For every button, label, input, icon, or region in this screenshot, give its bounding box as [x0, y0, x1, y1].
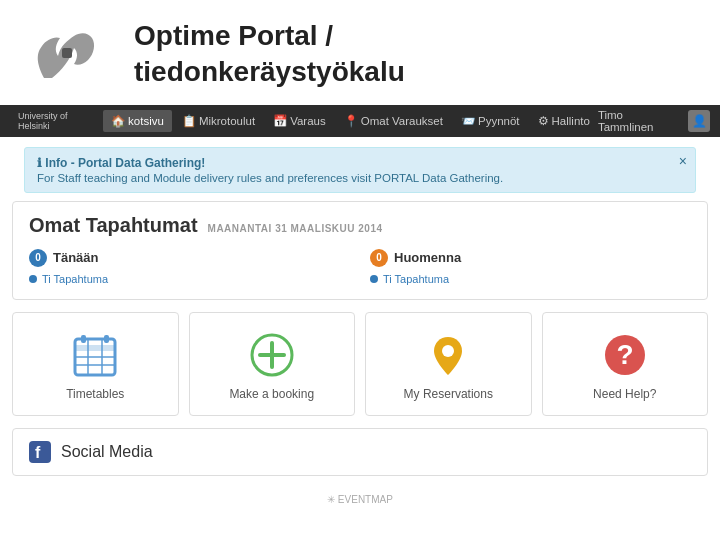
need-help-icon: ? — [601, 331, 649, 379]
nav-left: University of Helsinki 🏠 kotsivu 📋 Mikro… — [10, 110, 598, 132]
events-date: MAANANTAI 31 MAALISKUU 2014 — [208, 223, 383, 234]
nav-item-omat-varaukset[interactable]: 📍 Omat Varaukset — [336, 110, 451, 132]
main-content: ℹ Info - Portal Data Gathering! For Staf… — [12, 147, 708, 476]
event-dot-tomorrow — [370, 275, 378, 283]
nav-label-home: kotsivu — [128, 115, 164, 127]
nav-label-mikrotoulut: Mikrotoulut — [199, 115, 255, 127]
tomorrow-event-text: Ti Tapahtuma — [383, 273, 449, 285]
make-booking-label: Make a booking — [229, 387, 314, 401]
timetables-label: Timetables — [66, 387, 124, 401]
header: Optime Portal / tiedonkeräystyökalu — [0, 0, 720, 105]
banner-title-text: Info - Portal Data Gathering! — [45, 156, 205, 170]
svg-rect-8 — [104, 335, 109, 343]
svg-rect-2 — [75, 345, 115, 351]
events-columns: 0 Tänään Ti Tapahtuma 0 Huomenna Ti Tapa… — [29, 249, 691, 285]
svg-text:f: f — [35, 444, 41, 461]
footer-text: ✳ EVENTMAP — [327, 494, 393, 505]
nav-item-mikrotoulut[interactable]: 📋 Mikrotoulut — [174, 110, 263, 132]
varaus-icon: 📅 — [273, 114, 287, 128]
mikrotoulut-icon: 📋 — [182, 114, 196, 128]
events-col-today: 0 Tänään Ti Tapahtuma — [29, 249, 350, 285]
user-icon-button[interactable]: 👤 — [688, 110, 710, 132]
svg-rect-0 — [62, 48, 72, 58]
facebook-icon: f — [29, 441, 51, 463]
university-label: University of Helsinki — [10, 111, 101, 131]
card-timetables[interactable]: Timetables — [12, 312, 179, 416]
nav-right: Timo Tammlinen 👤 — [598, 109, 710, 133]
today-event-item[interactable]: Ti Tapahtuma — [29, 273, 350, 285]
tomorrow-badge: 0 — [370, 249, 388, 267]
events-section: Omat Tapahtumat MAANANTAI 31 MAALISKUU 2… — [12, 201, 708, 300]
info-banner: ℹ Info - Portal Data Gathering! For Staf… — [24, 147, 696, 193]
footer: ✳ EVENTMAP — [0, 488, 720, 511]
user-name: Timo Tammlinen — [598, 109, 680, 133]
title-line1: Optime Portal / — [134, 20, 333, 51]
info-icon: ℹ — [37, 156, 42, 170]
navbar: University of Helsinki 🏠 kotsivu 📋 Mikro… — [0, 105, 720, 137]
hallinto-icon: ⚙ — [538, 114, 549, 128]
tomorrow-header: 0 Huomenna — [370, 249, 691, 267]
header-title: Optime Portal / tiedonkeräystyökalu — [134, 18, 405, 91]
my-reservations-icon — [424, 331, 472, 379]
omat-varaukset-icon: 📍 — [344, 114, 358, 128]
event-dot — [29, 275, 37, 283]
nav-label-omat-varaukset: Omat Varaukset — [361, 115, 443, 127]
today-event-text: Ti Tapahtuma — [42, 273, 108, 285]
tomorrow-label: Huomenna — [394, 250, 461, 265]
title-line2: tiedonkeräystyökalu — [134, 56, 405, 87]
banner-text: For Staff teaching and Module delivery r… — [37, 172, 665, 184]
home-icon: 🏠 — [111, 114, 125, 128]
need-help-label: Need Help? — [593, 387, 656, 401]
card-make-booking[interactable]: Make a booking — [189, 312, 356, 416]
nav-label-hallinto: Hallinto — [552, 115, 590, 127]
my-reservations-label: My Reservations — [404, 387, 493, 401]
nav-label-pyynot: Pyynnöt — [478, 115, 520, 127]
nav-label-varaus: Varaus — [290, 115, 326, 127]
nav-item-hallinto[interactable]: ⚙ Hallinto — [530, 110, 598, 132]
timetables-icon — [71, 331, 119, 379]
svg-point-12 — [442, 345, 454, 357]
today-badge: 0 — [29, 249, 47, 267]
events-title: Omat Tapahtumat — [29, 214, 198, 237]
pyynot-icon: 📨 — [461, 114, 475, 128]
today-label: Tänään — [53, 250, 99, 265]
events-header: Omat Tapahtumat MAANANTAI 31 MAALISKUU 2… — [29, 214, 691, 237]
svg-rect-7 — [81, 335, 86, 343]
make-booking-icon — [248, 331, 296, 379]
nav-item-varaus[interactable]: 📅 Varaus — [265, 110, 334, 132]
nav-item-pyynot[interactable]: 📨 Pyynnöt — [453, 110, 528, 132]
logo — [24, 18, 114, 90]
banner-title: ℹ Info - Portal Data Gathering! — [37, 156, 665, 170]
social-section: f Social Media — [12, 428, 708, 476]
card-need-help[interactable]: ? Need Help? — [542, 312, 709, 416]
card-my-reservations[interactable]: My Reservations — [365, 312, 532, 416]
close-button[interactable]: × — [679, 154, 687, 168]
cards-section: Timetables Make a booking My Reservat — [12, 312, 708, 416]
events-col-tomorrow: 0 Huomenna Ti Tapahtuma — [370, 249, 691, 285]
today-header: 0 Tänään — [29, 249, 350, 267]
tomorrow-event-item[interactable]: Ti Tapahtuma — [370, 273, 691, 285]
nav-item-home[interactable]: 🏠 kotsivu — [103, 110, 172, 132]
svg-text:?: ? — [616, 339, 633, 370]
social-title: Social Media — [61, 443, 153, 461]
